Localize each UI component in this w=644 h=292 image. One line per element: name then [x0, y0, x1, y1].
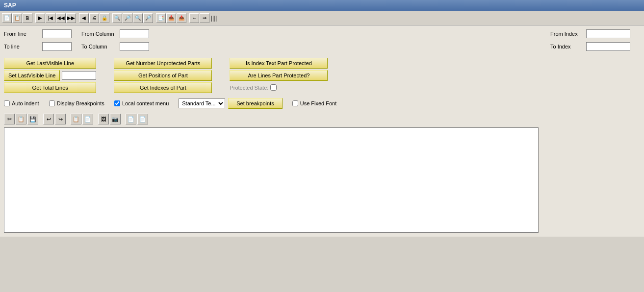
icon-redo[interactable]: ↪: [55, 114, 66, 124]
title-bar: SAP: [0, 0, 644, 11]
icon-cut[interactable]: ✂: [4, 114, 15, 124]
toolbar-btn-3[interactable]: 🗎: [23, 13, 32, 23]
display-breakpoints-text: Display Breakpoints: [57, 100, 104, 106]
toolbar-btn-9[interactable]: 🖨: [89, 13, 99, 23]
toolbar-btn-12[interactable]: 🔎: [123, 13, 132, 23]
from-column-row: From Column: [81, 29, 149, 38]
toolbar-btn-5[interactable]: |◀: [46, 13, 55, 23]
to-column-input[interactable]: [120, 42, 149, 51]
icon-save2[interactable]: 💾: [27, 114, 38, 124]
display-breakpoints-checkbox[interactable]: [49, 100, 55, 106]
buttons-section: Get LastVisible Line Set LastVisible Lin…: [4, 58, 640, 93]
toolbar-btn-13[interactable]: 🔍: [133, 13, 143, 23]
header-fields-row: From line To line From Column To Column: [4, 29, 640, 53]
local-context-menu-checkbox[interactable]: [114, 100, 120, 106]
get-last-visible-line-button[interactable]: Get LastVisible Line: [4, 58, 96, 69]
icon-img2[interactable]: 📷: [110, 114, 121, 124]
line-fields: From line To line: [4, 29, 72, 53]
app-title: SAP: [4, 2, 16, 9]
left-fields: From line To line From Column To Column: [4, 29, 149, 53]
toolbar-btn-18[interactable]: ←: [189, 13, 199, 23]
icon-doc3[interactable]: 📄: [137, 114, 148, 124]
icon-copy[interactable]: 📋: [71, 114, 81, 124]
column-fields: From Column To Column: [81, 29, 149, 53]
to-line-input[interactable]: [42, 42, 72, 51]
local-context-menu-text: Local context menu: [122, 100, 169, 106]
main-toolbar: 📄 📋 🗎 ▶ |◀ ◀◀ ▶▶ ◀ 🖨 🔒 🔍 🔎 🔍 🔎 📑 📥 📤 ← ⇒…: [0, 11, 644, 25]
main-content: From line To line From Column To Column: [0, 25, 644, 237]
icon-doc1[interactable]: 📄: [82, 114, 93, 124]
options-row: Auto indent Display Breakpoints Local co…: [4, 98, 640, 109]
toolbar-btn-11[interactable]: 🔍: [112, 13, 122, 23]
protected-state-row: Protected State:: [230, 84, 328, 91]
toolbar-btn-4[interactable]: ▶: [35, 13, 45, 23]
toolbar-btn-10[interactable]: 🔒: [100, 13, 109, 23]
set-last-visible-line-input[interactable]: [62, 71, 96, 80]
toolbar-btn-6[interactable]: ◀◀: [56, 13, 66, 23]
right-button-group: Is Index Text Part Protected Are Lines P…: [230, 58, 328, 93]
toolbar-btn-8[interactable]: ◀: [79, 13, 89, 23]
toolbar-btn-7[interactable]: ▶▶: [66, 13, 76, 23]
use-fixed-font-checkbox[interactable]: [292, 100, 298, 106]
from-line-input[interactable]: [42, 29, 72, 38]
toolbar-btn-14[interactable]: 🔎: [143, 13, 153, 23]
set-breakpoints-button[interactable]: Set breakpoints: [228, 98, 282, 109]
standard-te-select[interactable]: Standard Te...: [179, 98, 225, 108]
middle-button-group: Get Number Unprotected Parts Get Positio…: [114, 58, 212, 93]
use-fixed-font-text: Use Fixed Font: [300, 100, 337, 106]
auto-indent-checkbox[interactable]: [4, 100, 10, 106]
local-context-menu-label[interactable]: Local context menu: [114, 100, 169, 106]
are-lines-part-protected-button[interactable]: Are Lines Part Protected?: [230, 70, 328, 81]
from-line-row: From line: [4, 29, 72, 38]
auto-indent-text: Auto indent: [12, 100, 39, 106]
icon-paste[interactable]: 📋: [16, 114, 26, 124]
index-group: From Index To Index: [550, 29, 630, 53]
toolbar-btn-1[interactable]: 📄: [2, 13, 12, 23]
to-column-row: To Column: [81, 42, 149, 51]
get-total-lines-button[interactable]: Get Total Lines: [4, 82, 96, 93]
get-positions-of-part-button[interactable]: Get Positions of Part: [114, 70, 212, 81]
to-line-label: To line: [4, 44, 38, 49]
from-index-input[interactable]: [586, 29, 630, 38]
get-indexes-of-part-button[interactable]: Get Indexes of Part: [114, 82, 212, 93]
auto-indent-label[interactable]: Auto indent: [4, 100, 39, 106]
is-index-text-part-protected-button[interactable]: Is Index Text Part Protected: [230, 58, 328, 69]
icon-doc2[interactable]: 📄: [126, 114, 136, 124]
use-fixed-font-label[interactable]: Use Fixed Font: [292, 100, 337, 106]
toolbar-btn-2[interactable]: 📋: [12, 13, 22, 23]
from-column-input[interactable]: [120, 29, 149, 38]
index-fields: From Index To Index: [550, 29, 630, 53]
standard-te-group: Standard Te... Set breakpoints: [179, 98, 282, 109]
protected-state-label: Protected State:: [230, 85, 268, 91]
toolbar-btn-19[interactable]: ⇒: [200, 13, 209, 23]
from-column-label: From Column: [81, 31, 116, 37]
toolbar-text: ||||: [211, 15, 217, 22]
icon-toolbar: ✂ 📋 💾 ↩ ↪ 📋 📄 🖼 📷 📄 📄: [4, 114, 640, 124]
toolbar-btn-15[interactable]: 📑: [156, 13, 166, 23]
toolbar-btn-17[interactable]: 📤: [177, 13, 186, 23]
protected-state-checkbox[interactable]: [270, 84, 277, 91]
icon-img1[interactable]: 🖼: [98, 114, 109, 124]
to-column-label: To Column: [81, 44, 116, 49]
icon-undo[interactable]: ↩: [43, 114, 54, 124]
set-last-visible-line-button[interactable]: Set LastVisible Line: [4, 70, 60, 81]
get-number-unprotected-parts-button[interactable]: Get Number Unprotected Parts: [114, 58, 212, 69]
to-line-row: To line: [4, 42, 72, 51]
from-index-label: From Index: [550, 31, 582, 37]
to-index-label: To Index: [550, 44, 582, 49]
display-breakpoints-label[interactable]: Display Breakpoints: [49, 100, 104, 106]
text-editor-area[interactable]: [4, 127, 539, 233]
to-index-input[interactable]: [586, 42, 630, 51]
to-index-row: To Index: [550, 42, 630, 51]
from-index-row: From Index: [550, 29, 630, 38]
left-button-group: Get LastVisible Line Set LastVisible Lin…: [4, 58, 96, 93]
from-line-label: From line: [4, 31, 38, 37]
toolbar-btn-16[interactable]: 📥: [166, 13, 176, 23]
